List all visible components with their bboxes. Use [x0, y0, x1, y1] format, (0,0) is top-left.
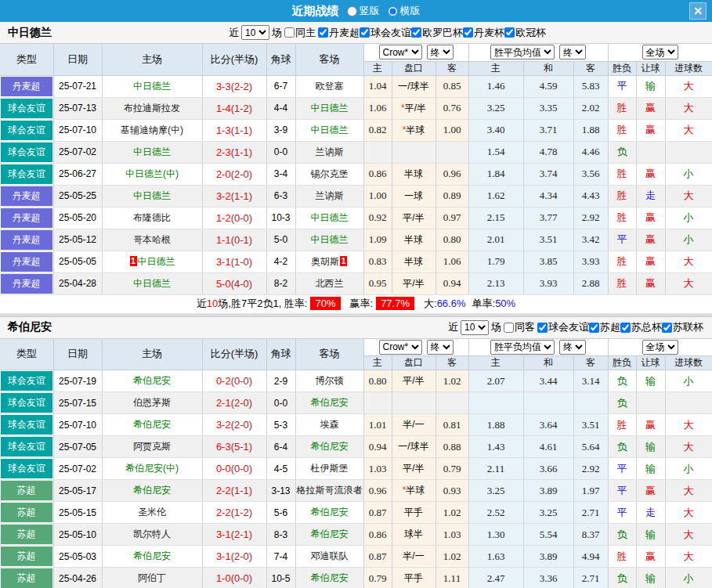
- europe-odds-select[interactable]: 胜平负均值: [490, 45, 555, 60]
- match-score: 3-2(2-0): [202, 414, 266, 436]
- league-checkbox[interactable]: [318, 27, 328, 38]
- league-badge: 球会友谊: [1, 99, 52, 118]
- result-handicap: 赢: [636, 207, 665, 229]
- home-team: 布隆德比: [102, 207, 202, 229]
- close-button[interactable]: ✕: [689, 2, 707, 20]
- layout-option-horizontal[interactable]: 横版: [388, 4, 421, 18]
- sub-header-asian-home: 主: [363, 61, 392, 75]
- same-venue-filter[interactable]: 同客: [504, 320, 535, 334]
- match-date: 25-07-05: [53, 436, 102, 458]
- league-filter[interactable]: 球会友谊: [537, 320, 589, 334]
- bookmaker-select[interactable]: Crow*: [379, 45, 422, 60]
- asian-handicap-line: *半球: [392, 119, 436, 141]
- league-filter[interactable]: 欧冠杯: [504, 26, 546, 40]
- sub-header-draw: 和: [523, 356, 573, 370]
- asian-time-select[interactable]: 终: [427, 45, 454, 60]
- league-badge: 苏超: [1, 547, 52, 566]
- europe-draw-odds: 5.54: [523, 524, 573, 546]
- europe-odds-select[interactable]: 胜平负均值: [490, 340, 555, 355]
- corners: 3-9: [266, 119, 295, 141]
- vertical-layout-radio[interactable]: [347, 6, 357, 16]
- league-checkbox[interactable]: [411, 27, 421, 38]
- away-team: 希伯尼安: [295, 436, 363, 458]
- league-type-cell: 丹麦超: [0, 185, 53, 207]
- same-venue-filter[interactable]: 同主: [284, 26, 316, 40]
- league-badge: 苏超: [1, 568, 52, 588]
- home-team-name: 希伯尼安: [133, 375, 171, 386]
- match-row: 球会友谊25-07-15伯恩茅斯2-1(2-0)0-0希伯尼安负: [0, 392, 712, 414]
- europe-draw-odds: 3.85: [523, 251, 573, 272]
- europe-win-odds: 3.25: [468, 480, 523, 502]
- europe-win-odds: 2.07: [468, 370, 523, 392]
- league-filter[interactable]: 丹麦杯: [463, 26, 504, 40]
- league-filter[interactable]: 球会友谊: [360, 26, 411, 40]
- europe-draw-odds: 3.64: [523, 414, 573, 436]
- result-handicap: 输: [636, 524, 665, 546]
- league-checkbox[interactable]: [537, 323, 548, 333]
- europe-lose-odds: 3.42: [573, 229, 608, 251]
- fulltime-score: 3-2: [216, 419, 231, 431]
- halftime-score: (2-2): [231, 81, 252, 92]
- corners: 4-5: [266, 458, 295, 480]
- league-checkbox[interactable]: [620, 323, 631, 333]
- league-checkbox[interactable]: [360, 27, 370, 38]
- asian-time-select[interactable]: 终: [427, 340, 454, 355]
- horizontal-layout-radio[interactable]: [388, 6, 398, 16]
- sub-header-asian-away: 客: [436, 61, 468, 75]
- same-venue-checkbox[interactable]: [504, 323, 514, 333]
- europe-time-select[interactable]: 终: [559, 45, 586, 60]
- scope-select[interactable]: 全场: [642, 45, 678, 60]
- scope-select[interactable]: 全场: [642, 340, 678, 355]
- halftime-score: (0-0): [231, 212, 252, 224]
- league-checkbox[interactable]: [463, 27, 473, 38]
- europe-time-select[interactable]: 终: [559, 340, 586, 355]
- vertical-layout-label: 竖版: [360, 4, 380, 18]
- asian-handicap-line: *半球: [392, 480, 436, 502]
- league-filter-label: 欧罗巴杯: [422, 26, 463, 40]
- match-count-select[interactable]: 10: [461, 320, 489, 335]
- league-checkbox[interactable]: [589, 323, 599, 333]
- league-type-cell: 球会友谊: [0, 414, 53, 436]
- league-filter[interactable]: 苏超: [589, 320, 620, 334]
- halftime-score: (1-2): [231, 103, 252, 114]
- match-count-select[interactable]: 10: [241, 25, 269, 40]
- match-score: 3-1(2-0): [202, 546, 266, 568]
- same-venue-checkbox[interactable]: [284, 27, 295, 38]
- league-filter[interactable]: 苏总杯: [620, 320, 662, 334]
- col-header-date: 日期: [53, 44, 102, 75]
- home-team-name: 希伯尼安(中): [125, 463, 179, 474]
- match-score: 3-3(2-2): [202, 75, 266, 97]
- league-filter[interactable]: 丹麦超: [318, 26, 360, 40]
- corners: 0-0: [266, 392, 295, 414]
- away-team: 希伯尼安: [295, 392, 363, 414]
- europe-lose-odds: 2.71: [573, 568, 608, 588]
- col-header-score: 比分(半场): [202, 44, 266, 75]
- sub-header-draw: 和: [523, 61, 573, 75]
- league-type-cell: 球会友谊: [0, 97, 53, 119]
- asian-handicap-line: 半球: [392, 163, 436, 185]
- halftime-score: (0-0): [231, 375, 252, 387]
- match-score: 2-3(1-1): [202, 141, 266, 163]
- league-badge: 球会友谊: [1, 121, 52, 140]
- league-filter[interactable]: 苏联杯: [662, 320, 703, 334]
- result-goals: 大: [665, 119, 712, 141]
- away-team-name: 兰讷斯: [316, 146, 344, 157]
- bookmaker-select[interactable]: Crow*: [379, 340, 422, 355]
- corners: 4-2: [266, 251, 295, 272]
- sub-header-handicap-result: 让球: [636, 61, 665, 75]
- asian-home-odds: 1.06: [363, 97, 392, 119]
- match-score: 5-0(4-0): [202, 272, 266, 294]
- result-wdl: 平: [608, 458, 636, 480]
- layout-option-vertical[interactable]: 竖版: [347, 4, 380, 18]
- league-type-cell: 丹麦超: [0, 229, 53, 251]
- league-type-cell: 苏超: [0, 546, 53, 568]
- corners: 0-0: [266, 141, 295, 163]
- league-checkbox[interactable]: [504, 27, 515, 38]
- league-filter-label: 苏联杯: [673, 320, 703, 334]
- league-badge: 球会友谊: [1, 164, 52, 184]
- result-handicap: [636, 392, 665, 414]
- fulltime-score: 2-1: [216, 397, 231, 409]
- league-filter[interactable]: 欧罗巴杯: [411, 26, 463, 40]
- league-checkbox[interactable]: [662, 323, 672, 333]
- team-name: 中日德兰: [0, 26, 52, 40]
